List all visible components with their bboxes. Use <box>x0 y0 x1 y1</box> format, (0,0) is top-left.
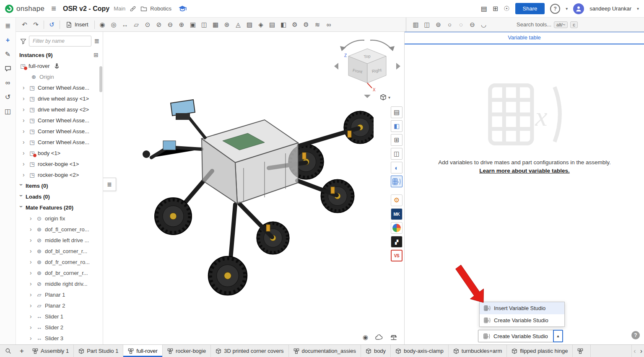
reference-manager-icon[interactable]: ◫ <box>5 108 11 115</box>
mate-feature-row[interactable]: › ⊚ dof_bl_corner_r... <box>16 246 103 256</box>
mate-feature-row[interactable]: › ⊙ origin fix <box>16 213 103 224</box>
mate-feature-row[interactable]: › ▱ Planar 2 <box>16 300 103 311</box>
create-folder-icon[interactable]: ⊞ <box>93 52 99 58</box>
instance-row[interactable]: › ◳ rocker-bogie <1> <box>16 158 103 169</box>
section-panel-icon[interactable]: ◫ <box>391 148 402 160</box>
expand-chevron-icon[interactable]: › <box>30 324 34 331</box>
document-tab[interactable]: documentation_assies <box>289 345 361 357</box>
show-mate-connectors-icon[interactable]: ◌ <box>457 20 465 29</box>
belt-relation-icon[interactable]: ∞ <box>325 20 333 29</box>
appearance-panel-icon[interactable]: ◧ <box>391 120 402 132</box>
redo-icon[interactable]: ↷ <box>31 20 40 29</box>
expand-chevron-icon[interactable]: › <box>30 237 34 243</box>
cylindrical-mate-icon[interactable]: ⊘ <box>155 20 164 29</box>
mate-feature-row[interactable]: › ▱ Planar 1 <box>16 289 103 300</box>
mate-connector-icon[interactable]: ⊕ <box>177 20 186 29</box>
expand-chevron-icon[interactable]: › <box>23 160 26 167</box>
insert-button[interactable]: Insert <box>63 21 91 29</box>
onshape-logo[interactable]: onshape <box>5 5 44 13</box>
cloud-status-icon[interactable] <box>375 334 383 341</box>
list-view-icon[interactable]: ≣ <box>94 37 99 45</box>
expand-chevron-icon[interactable]: › <box>30 313 34 320</box>
combo-dropdown-arrow[interactable]: ▲ <box>553 330 563 342</box>
create-variable-studio-button[interactable]: Create Variable Studio <box>478 330 553 342</box>
instances-header[interactable]: Instances (9) ⊞ <box>16 49 103 60</box>
instance-row[interactable]: › ◳ Corner Wheel Asse... <box>16 82 103 93</box>
render-panel-icon[interactable]: ◐ <box>391 162 402 173</box>
named-views-icon[interactable]: ◫ <box>423 20 431 29</box>
group-icon[interactable]: ▣ <box>189 20 197 29</box>
app-store-icon[interactable]: ⊞ <box>493 5 498 13</box>
mate-feature-row[interactable]: › ⊘ middle right driv... <box>16 278 103 289</box>
vs-app-icon[interactable]: VS <box>391 250 402 261</box>
screw-relation-icon[interactable]: ≋ <box>313 20 322 29</box>
pin-slot-mate-icon[interactable]: ⊖ <box>166 20 175 29</box>
items-header[interactable]: › Items (0) <box>16 180 103 191</box>
sync-rollback-icon[interactable]: ↺ <box>47 20 56 29</box>
replicate-icon[interactable]: ◫ <box>200 20 209 29</box>
tree-scrollbar[interactable] <box>99 66 102 92</box>
versions-graph-icon[interactable]: ≣ <box>5 23 10 29</box>
expand-chevron-icon[interactable]: › <box>30 302 34 309</box>
learn-more-link[interactable]: Learn more about variable tables. <box>479 168 569 174</box>
mate-feature-row[interactable]: › ⊚ dof_fl_corner_ro... <box>16 224 103 235</box>
follow-mode-icon[interactable]: ∞ <box>5 80 10 86</box>
variable-table-tab[interactable]: Variable table <box>405 32 644 44</box>
rotate-left-arrow[interactable] <box>334 63 338 70</box>
document-title[interactable]: OSR v2 - Copy <box>63 5 109 13</box>
view-menu-button[interactable]: ▾ <box>380 94 390 101</box>
performance-icon[interactable]: ◉ <box>363 334 368 341</box>
bom-icon[interactable]: ▤ <box>268 20 277 29</box>
search-tools[interactable]: Search tools... alt/~ c <box>517 18 578 31</box>
share-link-icon[interactable] <box>130 5 136 12</box>
search-tabs-icon[interactable] <box>0 345 16 357</box>
collapse-chevron-icon[interactable]: › <box>18 195 25 199</box>
fastened-mate-icon[interactable]: ◉ <box>98 20 107 29</box>
instance-row-origin[interactable]: ⊕ Origin <box>16 71 103 82</box>
mate-feature-row[interactable]: › ⊘ middle left drive ... <box>16 235 103 246</box>
scroll-tabs-right-icon[interactable]: › <box>640 347 642 355</box>
help-caret-icon[interactable]: ▾ <box>566 6 568 11</box>
expand-chevron-icon[interactable]: › <box>30 269 34 276</box>
bom-table-icon[interactable]: ▥ <box>411 20 420 29</box>
user-avatar[interactable] <box>573 3 584 14</box>
instance-row[interactable]: › ◳ Corner Wheel Asse... <box>16 137 103 147</box>
scroll-tabs-left-icon[interactable]: ‹ <box>634 347 636 355</box>
new-tab-button[interactable]: + <box>16 345 28 357</box>
view-cube[interactable]: Top Front Right Z X <box>332 36 403 103</box>
expand-chevron-icon[interactable]: › <box>30 291 34 298</box>
expand-chevron-icon[interactable]: › <box>30 215 34 222</box>
document-tab[interactable]: body <box>361 345 391 357</box>
structure-panel-icon[interactable]: ⊞ <box>391 134 402 146</box>
comments-icon[interactable] <box>5 65 11 72</box>
rover-3d-model[interactable] <box>139 99 374 300</box>
root-instance-row[interactable]: ◳ full-rover <box>16 60 103 71</box>
main-menu-icon[interactable]: ≡ <box>51 4 56 13</box>
instance-row[interactable]: › ◳ Corner Wheel Asse... <box>16 126 103 137</box>
edit-appearance-icon[interactable]: ✎ <box>5 51 10 58</box>
help-icon[interactable]: ? <box>550 4 560 14</box>
panel-flyout-handle[interactable]: ≣ <box>103 178 116 191</box>
learning-center-icon[interactable]: ☉ <box>504 5 509 13</box>
loads-header[interactable]: › Loads (0) <box>16 191 103 202</box>
document-tab[interactable]: Part Studio 1 <box>74 345 123 357</box>
instance-row[interactable]: › ◳ drive wheel assy <2> <box>16 104 103 115</box>
history-icon[interactable]: ↺ <box>5 94 10 101</box>
expand-chevron-icon[interactable]: › <box>23 84 26 91</box>
document-tab[interactable]: full-rover <box>123 345 163 357</box>
expand-chevron-icon[interactable]: › <box>30 226 34 233</box>
rotate-right-arrow[interactable] <box>396 63 400 70</box>
document-tab[interactable]: body-axis-clamp <box>391 345 449 357</box>
linear-pattern-icon[interactable]: ▦ <box>211 20 220 29</box>
named-positions-icon[interactable]: ◈ <box>257 20 265 29</box>
document-tab[interactable]: 3D printed corner covers <box>211 345 288 357</box>
variable-table-panel-icon[interactable] <box>391 176 402 187</box>
instance-row[interactable]: › ◳ drive wheel assy <1> <box>16 93 103 104</box>
create-variable-studio-item[interactable]: Create Variable Studio <box>480 314 564 326</box>
expand-chevron-icon[interactable]: › <box>23 128 26 135</box>
expand-chevron-icon[interactable]: › <box>23 171 26 178</box>
ball-mate-icon[interactable]: ⊙ <box>143 20 152 29</box>
user-menu-caret-icon[interactable]: ▾ <box>637 6 639 11</box>
expand-chevron-icon[interactable]: › <box>30 248 34 254</box>
app-gear-icon[interactable]: ⚙ <box>391 194 402 206</box>
